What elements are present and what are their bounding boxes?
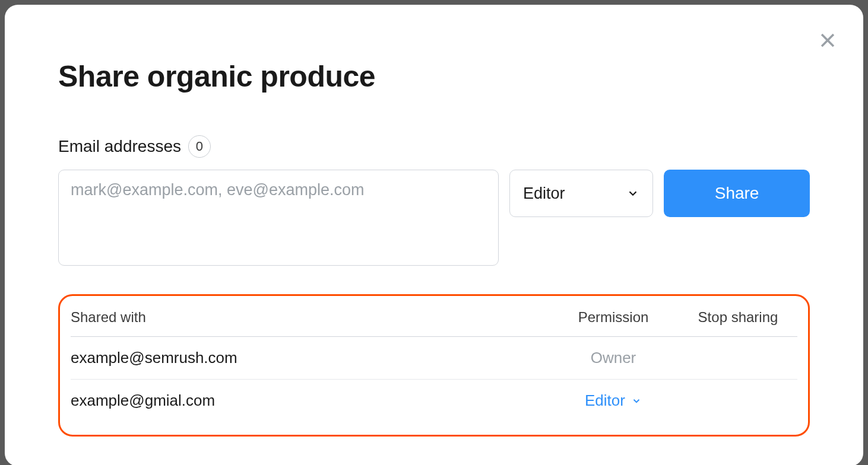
table-row: example@gmial.com Editor xyxy=(71,380,797,422)
email-input[interactable] xyxy=(58,170,499,266)
role-select[interactable]: Editor xyxy=(509,170,653,217)
share-button[interactable]: Share xyxy=(664,170,810,217)
modal-title: Share organic produce xyxy=(58,59,810,94)
table-row: example@semrush.com Owner xyxy=(71,337,797,380)
chevron-down-icon xyxy=(631,396,642,406)
share-modal: Share organic produce Email addresses 0 … xyxy=(5,5,863,465)
close-icon xyxy=(818,30,838,53)
row-email: example@gmial.com xyxy=(71,391,548,410)
chevron-down-icon xyxy=(626,187,639,200)
table-header-row: Shared with Permission Stop sharing xyxy=(71,304,797,337)
header-shared-with: Shared with xyxy=(71,309,548,326)
row-email: example@semrush.com xyxy=(71,349,548,367)
email-addresses-label: Email addresses xyxy=(58,137,181,156)
row-permission-owner: Owner xyxy=(548,349,679,367)
shared-with-table: Shared with Permission Stop sharing exam… xyxy=(58,294,810,437)
close-button[interactable] xyxy=(817,31,838,52)
email-count-badge: 0 xyxy=(188,135,211,158)
role-select-value: Editor xyxy=(523,184,565,203)
row-permission-select[interactable]: Editor xyxy=(548,391,679,410)
header-stop-sharing: Stop sharing xyxy=(679,309,797,326)
stop-sharing-button[interactable] xyxy=(730,393,746,409)
row-stop-cell xyxy=(679,393,797,409)
header-permission: Permission xyxy=(548,309,679,326)
